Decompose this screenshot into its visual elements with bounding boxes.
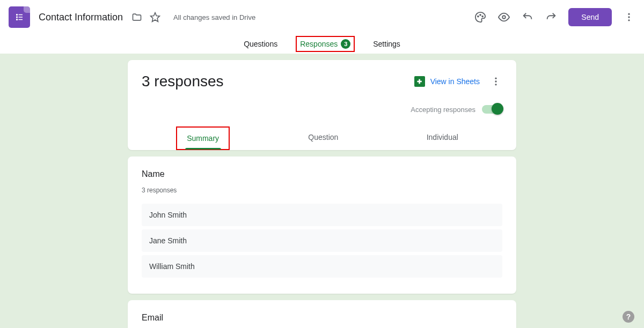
help-icon[interactable]: ?	[623, 311, 634, 323]
tab-questions[interactable]: Questions	[240, 38, 281, 50]
svg-marker-6	[151, 13, 160, 22]
question-title: Email	[142, 313, 502, 323]
send-button[interactable]: Send	[568, 8, 612, 26]
sub-tab-individual[interactable]: Individual	[417, 126, 468, 150]
sub-tab-summary[interactable]: Summary	[176, 126, 230, 150]
view-in-sheets-label: View in Sheets	[430, 77, 480, 86]
sub-tab-question[interactable]: Question	[298, 126, 348, 150]
tab-settings[interactable]: Settings	[370, 38, 404, 50]
svg-point-7	[478, 16, 479, 17]
tab-responses-label: Responses	[300, 40, 338, 48]
responses-overview-card: 3 responses View in Sheets Accepting res…	[128, 60, 516, 150]
sheets-icon	[414, 76, 425, 87]
svg-point-14	[495, 78, 496, 79]
content-area: 3 responses View in Sheets Accepting res…	[0, 54, 644, 328]
tab-responses[interactable]: Responses 3	[296, 36, 355, 52]
undo-icon[interactable]	[521, 11, 534, 24]
palette-icon[interactable]	[474, 11, 487, 24]
svg-point-12	[628, 16, 630, 18]
responses-sub-tabs: Summary Question Individual	[142, 126, 502, 150]
responses-more-icon[interactable]	[489, 75, 502, 88]
redo-icon[interactable]	[545, 11, 558, 24]
response-row: John Smith	[142, 204, 502, 226]
main-tabs: Questions Responses 3 Settings	[0, 34, 644, 54]
response-row: Jane Smith	[142, 229, 502, 252]
svg-point-10	[503, 16, 506, 19]
save-status: All changes saved in Drive	[173, 13, 255, 21]
responses-title: 3 responses	[142, 73, 224, 90]
svg-rect-3	[19, 17, 23, 18]
star-icon[interactable]	[149, 11, 162, 24]
svg-point-15	[495, 80, 496, 82]
folder-icon[interactable]	[130, 11, 143, 24]
question-card-email: Email 3 responses	[128, 300, 516, 328]
more-icon[interactable]	[623, 11, 635, 24]
accepting-responses-label: Accepting responses	[411, 106, 475, 114]
app-header: Contact Information All changes saved in…	[0, 0, 644, 34]
forms-logo-icon[interactable]	[9, 6, 30, 28]
svg-rect-5	[19, 19, 23, 20]
response-row: William Smith	[142, 255, 502, 278]
svg-rect-4	[16, 19, 18, 20]
form-title[interactable]: Contact Information	[39, 12, 123, 23]
accepting-responses-toggle[interactable]	[482, 105, 502, 114]
svg-rect-1	[19, 14, 23, 16]
svg-rect-2	[16, 17, 18, 18]
svg-point-11	[628, 13, 630, 15]
svg-point-16	[495, 84, 496, 85]
svg-point-13	[628, 19, 630, 21]
question-card-name: Name 3 responses John Smith Jane Smith W…	[128, 156, 516, 294]
view-in-sheets-link[interactable]: View in Sheets	[414, 76, 480, 87]
responses-count-badge: 3	[341, 39, 350, 49]
svg-rect-0	[16, 14, 18, 16]
question-title: Name	[142, 169, 502, 179]
question-subtitle: 3 responses	[142, 187, 502, 194]
svg-point-9	[482, 16, 484, 17]
svg-point-8	[480, 14, 481, 16]
preview-icon[interactable]	[497, 11, 510, 24]
